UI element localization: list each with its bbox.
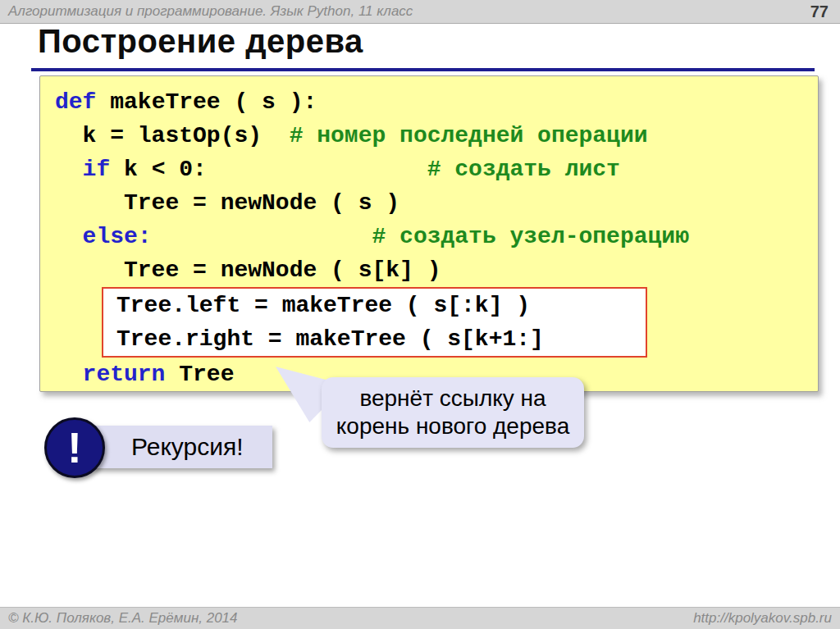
- copyright-text: © К.Ю. Поляков, Е.А. Ерёмин, 2014: [8, 610, 238, 627]
- site-url-link[interactable]: http://kpolyakov.spb.ru: [693, 610, 832, 627]
- highlight-box: Tree.left = makeTree ( s[:k] )Tree.right…: [102, 287, 647, 358]
- page-number: 77: [810, 2, 829, 21]
- slide-title: Построение дерева: [38, 23, 363, 60]
- title-underline: [31, 68, 815, 71]
- course-title: Алгоритмизация и программирование. Язык …: [8, 3, 413, 20]
- code-line: if k < 0: # создать лист: [55, 153, 818, 186]
- code-line: Tree = newNode ( s[k] ): [55, 253, 818, 287]
- presentation-slide: Алгоритмизация и программирование. Язык …: [0, 0, 840, 629]
- code-line: k = lastOp(s) # номер последней операции: [55, 119, 818, 153]
- exclamation-glyph: !: [67, 423, 81, 472]
- exclamation-icon: !: [44, 417, 105, 478]
- callout-bubble: вернёт ссылку на корень нового дерева: [322, 377, 584, 448]
- code-line: Tree.right = makeTree ( s[k+1:]: [116, 322, 646, 356]
- callout-text: вернёт ссылку на корень нового дерева: [336, 385, 569, 439]
- code-block: def makeTree ( s ): k = lastOp(s) # номе…: [39, 75, 819, 392]
- recursion-label: Рекурсия!: [131, 433, 244, 461]
- code-line: Tree = newNode ( s ): [55, 186, 818, 220]
- code-line: else: # создать узел-операцию: [55, 220, 818, 253]
- code-line: def makeTree ( s ):: [55, 85, 818, 119]
- recursion-badge: Рекурсия!: [92, 426, 272, 468]
- footer-bar: © К.Ю. Поляков, Е.А. Ерёмин, 2014 http:/…: [0, 607, 840, 629]
- header-bar: Алгоритмизация и программирование. Язык …: [0, 0, 840, 24]
- code-line: Tree.left = makeTree ( s[:k] ): [116, 289, 646, 322]
